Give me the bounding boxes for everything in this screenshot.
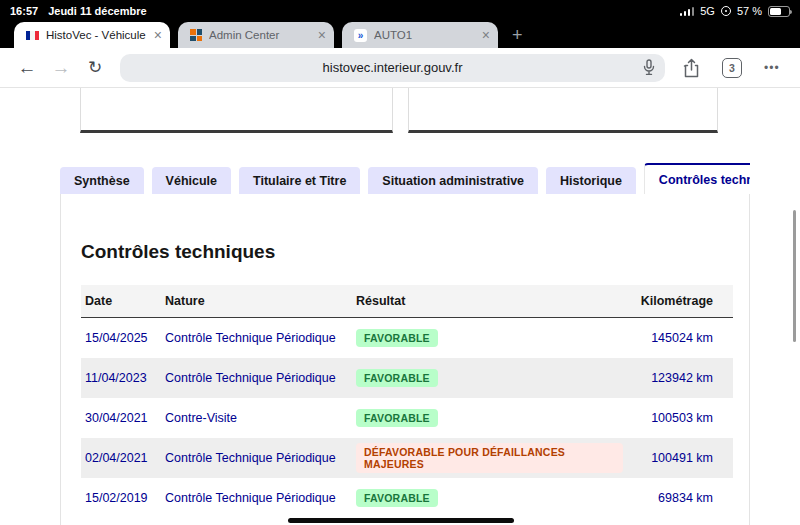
french-flag-favicon [26,31,39,40]
cell-result: DÉFAVORABLE POUR DÉFAILLANCES MAJEURES [356,443,623,473]
orientation-lock-icon [721,6,731,16]
result-badge: FAVORABLE [356,409,438,427]
back-icon[interactable]: ← [10,57,44,79]
battery-percent: 57 % [737,5,762,17]
tab-panel: Contrôles techniques Date Nature Résulta… [60,194,750,525]
section-title: Contrôles techniques [81,241,749,263]
cell-kilometrage: 145024 km [623,331,733,345]
signal-strength-icon [680,7,695,16]
column-header-nature: Nature [165,294,356,308]
result-badge: FAVORABLE [356,329,438,347]
table-row: 15/02/2019 Contrôle Technique Périodique… [81,478,733,518]
table-row: 15/04/2025 Contrôle Technique Périodique… [81,318,733,358]
cell-kilometrage: 100491 km [623,451,733,465]
result-badge: FAVORABLE [356,489,438,507]
nav-tab-6[interactable]: Contrôles techniques [644,163,750,194]
browser-tab-title: AUTO1 [374,29,475,41]
browser-tab-admin-center[interactable]: Admin Center × [178,22,334,48]
table-row: 02/04/2021 Contrôle Technique Périodique… [81,438,733,478]
new-tab-button[interactable]: + [512,26,523,44]
nav-tab-3[interactable]: Titulaire et Titre [239,167,360,194]
page-scrollbar[interactable] [793,210,796,342]
clock: 16:57 [10,5,38,17]
cell-result: FAVORABLE [356,489,623,507]
nav-tab-5[interactable]: Historique [546,167,636,194]
nav-tab-2[interactable]: Véhicule [152,167,231,194]
cell-nature: Contrôle Technique Périodique [165,371,356,385]
cell-nature: Contrôle Technique Périodique [165,491,356,505]
reload-icon[interactable]: ↻ [78,57,112,78]
browser-tab-strip: HistoVec - Véhicule non t × Admin Center… [0,22,800,48]
partial-card-right [408,88,718,133]
result-badge: FAVORABLE [356,369,438,387]
table-header-row: Date Nature Résultat Kilométrage [81,285,733,318]
table-row: 30/04/2021 Contre-Visite FAVORABLE 10050… [81,398,733,438]
auto1-favicon: » [354,29,367,42]
nav-tab-1[interactable]: Synthèse [60,167,144,194]
cell-date: 30/04/2021 [81,411,165,425]
cell-nature: Contrôle Technique Périodique [165,331,356,345]
inspections-table: Date Nature Résultat Kilométrage 15/04/2… [81,285,733,518]
overflow-menu-icon[interactable]: ••• [764,61,780,75]
url-text: histovec.interieur.gouv.fr [323,60,463,75]
tab-switcher-button[interactable]: 3 [722,58,742,78]
cell-date: 11/04/2023 [81,371,165,385]
cell-date: 15/02/2019 [81,491,165,505]
status-date: Jeudi 11 décembre [48,5,146,17]
close-tab-icon[interactable]: × [318,28,326,42]
table-row: 11/04/2023 Contrôle Technique Périodique… [81,358,733,398]
cell-nature: Contre-Visite [165,411,356,425]
forward-icon[interactable]: → [44,57,78,79]
nav-tab-4[interactable]: Situation administrative [368,167,538,194]
status-bar: 16:57 Jeudi 11 décembre 5G 57 % [0,0,800,22]
cell-nature: Contrôle Technique Périodique [165,451,356,465]
cell-date: 15/04/2025 [81,331,165,345]
browser-tab-title: Admin Center [209,29,311,41]
histovec-nav-tabs: SynthèseVéhiculeTitulaire et TitreSituat… [60,163,750,194]
cell-kilometrage: 69834 km [623,491,733,505]
close-tab-icon[interactable]: × [482,28,490,42]
table-body: 15/04/2025 Contrôle Technique Périodique… [81,318,733,518]
home-indicator[interactable] [288,518,514,523]
address-bar[interactable]: histovec.interieur.gouv.fr [120,54,665,82]
browser-tab-title: HistoVec - Véhicule non t [46,29,147,41]
browser-tab-auto1[interactable]: » AUTO1 × [342,22,498,48]
cell-kilometrage: 100503 km [623,411,733,425]
cell-result: FAVORABLE [356,369,623,387]
column-header-kilometrage: Kilométrage [623,294,733,308]
battery-icon [768,6,790,17]
column-header-date: Date [81,294,165,308]
result-badge: DÉFAVORABLE POUR DÉFAILLANCES MAJEURES [356,443,623,473]
browser-tab-histovec[interactable]: HistoVec - Véhicule non t × [14,22,170,48]
ipad-screen: 16:57 Jeudi 11 décembre 5G 57 % HistoVec… [0,0,800,525]
histovec-page: SynthèseVéhiculeTitulaire et TitreSituat… [0,89,800,525]
column-header-resultat: Résultat [356,294,623,308]
cell-result: FAVORABLE [356,409,623,427]
partial-card-left [80,88,393,133]
cell-date: 02/04/2021 [81,451,165,465]
cell-result: FAVORABLE [356,329,623,347]
close-tab-icon[interactable]: × [154,28,162,42]
cell-kilometrage: 123942 km [623,371,733,385]
microphone-icon[interactable] [643,59,655,76]
browser-toolbar: ← → ↻ histovec.interieur.gouv.fr 3 ••• [0,48,800,88]
share-icon[interactable] [683,58,700,78]
admin-center-favicon [190,29,202,41]
network-type: 5G [700,5,715,17]
